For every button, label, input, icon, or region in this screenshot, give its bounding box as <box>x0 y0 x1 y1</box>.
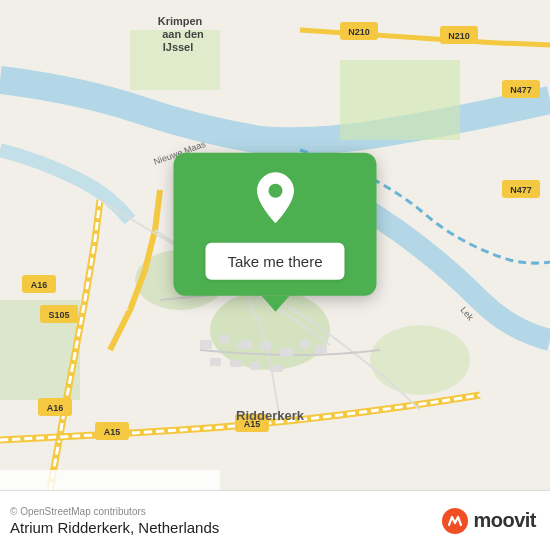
svg-rect-5 <box>340 60 460 140</box>
moovit-text: moovit <box>473 509 536 532</box>
svg-text:A15: A15 <box>104 427 121 437</box>
svg-rect-40 <box>250 362 260 370</box>
svg-text:S105: S105 <box>48 310 69 320</box>
svg-rect-41 <box>270 365 283 372</box>
popup-box: Take me there <box>173 153 376 296</box>
svg-rect-36 <box>300 340 310 348</box>
svg-text:Ridderkerk: Ridderkerk <box>236 408 305 423</box>
svg-text:aan den: aan den <box>162 28 204 40</box>
popup-arrow <box>261 296 289 312</box>
popup: Take me there <box>173 153 376 312</box>
svg-rect-39 <box>230 360 242 367</box>
svg-text:Krimpen: Krimpen <box>158 15 203 27</box>
footer-left: © OpenStreetMap contributors Atrium Ridd… <box>10 506 219 536</box>
svg-text:A16: A16 <box>47 403 64 413</box>
svg-text:A16: A16 <box>31 280 48 290</box>
svg-text:N477: N477 <box>510 85 532 95</box>
svg-point-4 <box>370 325 470 395</box>
location-name: Atrium Ridderkerk, Netherlands <box>10 519 219 536</box>
svg-point-43 <box>268 184 282 198</box>
osm-credit: © OpenStreetMap contributors <box>10 506 219 517</box>
svg-rect-37 <box>315 345 327 354</box>
moovit-icon <box>441 507 469 535</box>
svg-rect-35 <box>280 348 293 357</box>
svg-rect-32 <box>220 335 230 343</box>
svg-text:IJssel: IJssel <box>163 41 194 53</box>
map-container: A16 A16 A15 A15 S105 N210 N210 N477 N477 <box>0 0 550 490</box>
footer: © OpenStreetMap contributors Atrium Ridd… <box>0 490 550 550</box>
svg-rect-38 <box>210 358 221 366</box>
svg-rect-31 <box>200 340 212 349</box>
svg-text:N210: N210 <box>348 27 370 37</box>
svg-rect-34 <box>260 342 271 350</box>
location-pin-icon <box>253 171 297 229</box>
svg-rect-42 <box>0 470 220 490</box>
take-me-there-button[interactable]: Take me there <box>205 243 344 280</box>
svg-rect-33 <box>238 340 252 349</box>
svg-text:N210: N210 <box>448 31 470 41</box>
svg-text:N477: N477 <box>510 185 532 195</box>
moovit-logo[interactable]: moovit <box>441 507 536 535</box>
